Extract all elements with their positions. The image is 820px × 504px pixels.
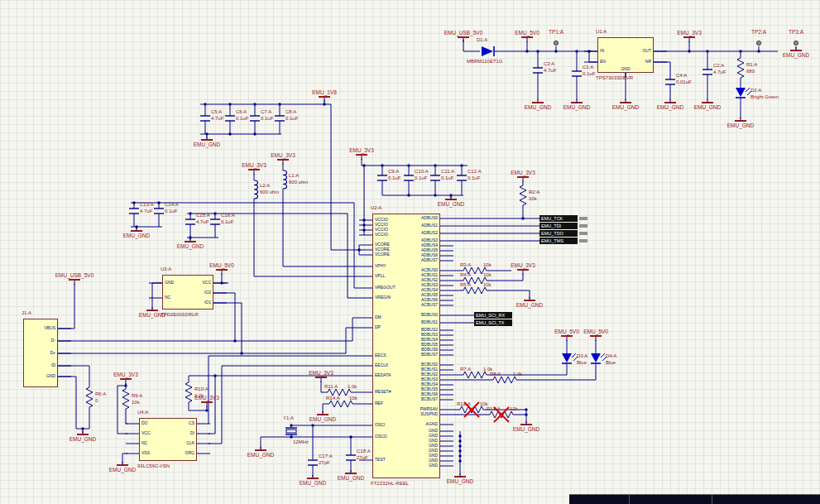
net-label-tail — [579, 239, 587, 242]
inductor-symbol[interactable] — [254, 180, 258, 199]
crystal-symbol[interactable] — [286, 430, 296, 433]
ground-flag[interactable]: EMU_GND — [70, 436, 97, 442]
ground-flag[interactable]: EMU_GND — [513, 426, 540, 432]
led-symbol[interactable] — [736, 88, 746, 97]
junction-dot — [407, 194, 410, 196]
pin-label: NC — [141, 441, 147, 445]
pin-label: D- — [51, 338, 55, 343]
resistor-designator: R3:A — [460, 262, 471, 267]
junction-dot — [253, 132, 256, 135]
ground-flag[interactable]: EMU_GND — [438, 201, 465, 207]
pin-label: GND — [165, 281, 174, 285]
net-label-box[interactable]: EMU_TDI — [539, 223, 578, 229]
component-designator: U1:A — [596, 29, 607, 34]
power-flag[interactable]: EMU_USB_5V0 — [444, 30, 483, 36]
resistor-symbol[interactable] — [463, 287, 487, 294]
power-flag[interactable]: EMU_3V3 — [271, 152, 295, 158]
diode-designator: D1:A — [477, 37, 487, 42]
power-flag[interactable]: EMU_USB_5V0 — [55, 272, 94, 278]
net-label-box[interactable]: EMU_TDO — [539, 230, 578, 237]
junction-dot — [739, 50, 741, 52]
led-symbol[interactable] — [591, 353, 601, 362]
power-flag[interactable]: EMU_3V3 — [511, 170, 535, 175]
title-block-divider — [629, 495, 630, 504]
resistor-value: 1.0k — [513, 372, 522, 377]
capacitor-designator: C7:A — [261, 109, 271, 114]
pin-label: VPLL — [375, 274, 385, 278]
ground-flag[interactable]: EMU_GND — [177, 243, 204, 249]
net-label-box[interactable]: EMU_TCK — [539, 215, 578, 222]
power-flag[interactable]: EMU_3V3 — [309, 370, 333, 376]
resistor-symbol[interactable] — [328, 389, 351, 396]
resistor-symbol[interactable] — [86, 387, 93, 407]
resistor-symbol[interactable] — [329, 401, 352, 407]
resistor-symbol[interactable] — [185, 382, 192, 402]
ground-flag[interactable]: EMU_GND — [247, 452, 275, 458]
junction-dot — [706, 50, 708, 52]
ground-flag[interactable]: EMU_GND — [727, 122, 755, 128]
junction-dot — [407, 164, 410, 166]
test-point[interactable] — [554, 41, 558, 45]
ground-flag[interactable]: EMU_GND — [694, 104, 722, 110]
junction-dot — [554, 50, 557, 52]
capacitor-value: 4.7uF — [713, 70, 726, 74]
pin-label: EEDATA — [375, 373, 391, 377]
resistor-symbol[interactable] — [463, 372, 487, 378]
power-flag[interactable]: EMU_1V8 — [312, 89, 337, 95]
ground-flag[interactable]: EMU_GND — [525, 104, 552, 110]
test-point[interactable] — [756, 41, 760, 45]
power-flag[interactable]: EMU_5V0 — [209, 262, 234, 268]
capacitor-designator: C13:A — [140, 202, 154, 207]
pin-label: AGND — [426, 422, 438, 426]
resistor-symbol[interactable] — [493, 377, 516, 383]
resistor-designator: R6:A — [95, 391, 106, 396]
ground-flag[interactable]: EMU_GND — [309, 416, 337, 422]
ground-flag[interactable]: EMU_GND — [563, 104, 591, 110]
power-flag[interactable]: EMU_5V0 — [583, 329, 608, 334]
test-point[interactable] — [794, 41, 798, 45]
ground-flag[interactable]: EMU_GND — [447, 478, 474, 484]
test-point-label: TP3:A — [789, 29, 803, 35]
power-flag[interactable]: EMU_3V3 — [511, 262, 535, 268]
led-designator: D3:A — [577, 353, 587, 358]
junction-dot — [458, 459, 461, 462]
pin-label: GND — [429, 463, 438, 468]
capacitor-designator: C12:A — [468, 169, 482, 174]
title-block — [569, 494, 820, 504]
pin-label: VCC — [202, 281, 211, 285]
junction-dot — [536, 50, 539, 52]
junction-dot — [362, 164, 365, 166]
power-flag[interactable]: EMU_3V3 — [113, 372, 138, 377]
diode-symbol[interactable] — [482, 46, 493, 56]
ground-flag[interactable]: EMU_GND — [783, 52, 810, 58]
ground-flag[interactable]: EMU_GND — [612, 104, 640, 110]
capacitor-value: 27pF — [319, 460, 330, 465]
resistor-value: 10k — [483, 282, 492, 287]
net-label-box[interactable]: EMU_SCI_TX — [474, 319, 512, 326]
led-arrow-icon — [746, 88, 750, 92]
resistor-symbol[interactable] — [520, 185, 526, 205]
capacitor-value: 4.7uF — [544, 68, 556, 73]
power-flag[interactable]: EMU_3V3 — [677, 30, 702, 36]
power-flag[interactable]: EMU_3V3 — [349, 147, 374, 153]
ground-flag[interactable]: EMU_GND — [657, 104, 684, 110]
ground-flag[interactable]: EMU_GND — [300, 480, 327, 486]
pin-label: SUSPND — [420, 412, 438, 416]
resistor-value: 12k — [510, 406, 518, 411]
ground-flag[interactable]: EMU_GND — [109, 467, 137, 473]
ground-flag[interactable]: EMU_GND — [516, 302, 544, 308]
title-block-divider — [712, 495, 712, 504]
power-flag[interactable]: EMU_5V0 — [515, 30, 539, 36]
pin-label: RESET# — [375, 390, 391, 394]
net-label-box[interactable]: EMU_TMS — [539, 238, 578, 244]
led-symbol[interactable] — [562, 353, 572, 362]
resistor-symbol[interactable] — [737, 58, 744, 78]
power-flag[interactable]: EMU_3V3 — [242, 162, 266, 168]
resistor-symbol[interactable] — [122, 389, 129, 409]
net-label-box[interactable]: EMU_SCI_RX — [474, 312, 512, 319]
ground-flag[interactable]: EMU_GND — [123, 233, 151, 238]
power-flag[interactable]: EMU_5V0 — [554, 329, 579, 334]
inductor-symbol[interactable] — [283, 170, 287, 189]
ground-flag[interactable]: EMU_GND — [194, 142, 221, 147]
ground-flag[interactable]: EMU_GND — [338, 475, 365, 481]
